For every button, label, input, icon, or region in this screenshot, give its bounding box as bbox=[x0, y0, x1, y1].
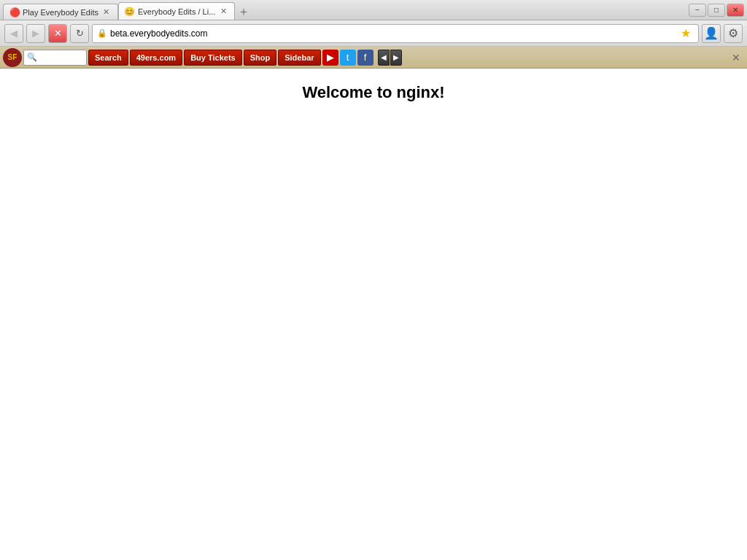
settings-button[interactable]: ⚙ bbox=[724, 24, 743, 43]
tab-everybody-edits[interactable]: 😊 Everybody Edits / Li... ✕ bbox=[118, 2, 235, 20]
bookmarks-close-button[interactable]: ✕ bbox=[728, 50, 744, 66]
maximize-button[interactable]: □ bbox=[708, 4, 725, 17]
address-bar-container: 🔒 ★ bbox=[92, 24, 699, 43]
tabs-area: 🔴 Play Everybody Edits ✕ 😊 Everybody Edi… bbox=[3, 0, 687, 20]
search-input[interactable] bbox=[39, 53, 83, 62]
nav-arrows: ◀ ▶ bbox=[378, 50, 402, 66]
arrow-left-button[interactable]: ◀ bbox=[378, 50, 390, 66]
search-button[interactable]: Search bbox=[88, 50, 128, 66]
page-content: Welcome to nginx! bbox=[0, 69, 747, 560]
navbar: ◀ ▶ ✕ ↻ 🔒 ★ 👤 ⚙ bbox=[0, 20, 747, 47]
buy-tickets-button[interactable]: Buy Tickets bbox=[184, 50, 242, 66]
forward-button[interactable]: ▶ bbox=[26, 24, 45, 43]
search-wrapper: 🔍 bbox=[23, 50, 87, 66]
arrow-right-button[interactable]: ▶ bbox=[390, 50, 402, 66]
new-tab-button[interactable]: ＋ bbox=[235, 4, 252, 20]
bookmarks-bar: SF 🔍 Search 49ers.com Buy Tickets Shop S… bbox=[0, 47, 747, 69]
minimize-button[interactable]: − bbox=[689, 4, 706, 17]
search-icon: 🔍 bbox=[27, 52, 37, 62]
tab-play-everybody-edits[interactable]: 🔴 Play Everybody Edits ✕ bbox=[3, 4, 118, 20]
lock-icon: 🔒 bbox=[97, 28, 107, 38]
stop-button[interactable]: ✕ bbox=[48, 24, 67, 43]
twitter-button[interactable]: t bbox=[340, 50, 356, 66]
refresh-button[interactable]: ↻ bbox=[70, 24, 89, 43]
facebook-button[interactable]: f bbox=[357, 50, 374, 66]
titlebar: 🔴 Play Everybody Edits ✕ 😊 Everybody Edi… bbox=[0, 0, 747, 20]
user-tools-button[interactable]: 👤 bbox=[702, 24, 721, 43]
49ers-logo[interactable]: SF bbox=[3, 48, 22, 67]
close-button[interactable]: ✕ bbox=[727, 4, 744, 17]
tab2-favicon: 😊 bbox=[125, 7, 135, 17]
page-heading: Welcome to nginx! bbox=[302, 83, 444, 102]
tab1-close-button[interactable]: ✕ bbox=[101, 7, 112, 18]
tab2-close-button[interactable]: ✕ bbox=[218, 7, 228, 17]
back-button[interactable]: ◀ bbox=[4, 24, 23, 43]
tab2-title: Everybody Edits / Li... bbox=[138, 7, 215, 16]
youtube-button[interactable]: ▶ bbox=[322, 50, 338, 66]
address-input[interactable] bbox=[110, 28, 675, 39]
bookmark-star-button[interactable]: ★ bbox=[678, 26, 694, 42]
sidebar-button[interactable]: Sidebar bbox=[278, 50, 320, 66]
49ers-button[interactable]: 49ers.com bbox=[130, 50, 182, 66]
shop-button[interactable]: Shop bbox=[244, 50, 277, 66]
tab1-favicon: 🔴 bbox=[9, 7, 20, 18]
tab1-title: Play Everybody Edits bbox=[23, 8, 98, 17]
window-controls: − □ ✕ bbox=[689, 4, 744, 17]
browser-window: 🔴 Play Everybody Edits ✕ 😊 Everybody Edi… bbox=[0, 0, 747, 560]
